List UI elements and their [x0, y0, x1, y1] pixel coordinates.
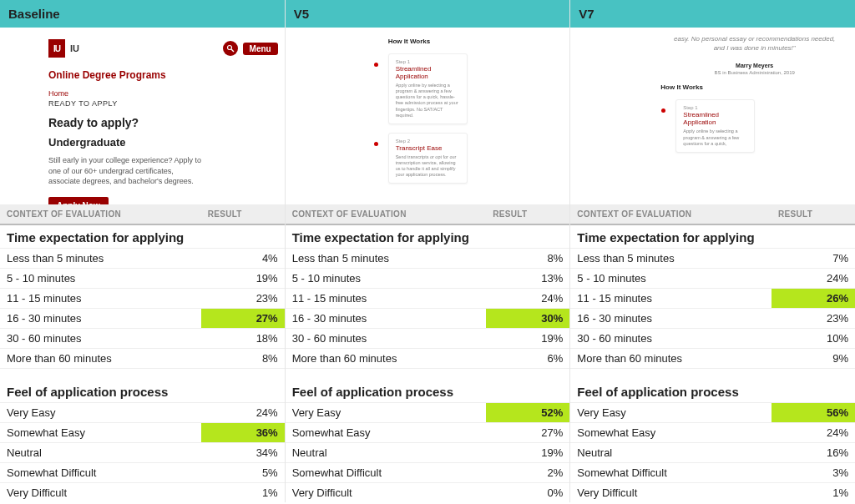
section-title: Feel of application process: [286, 380, 570, 402]
row-value: 3%: [772, 463, 855, 482]
card-title: Streamlined Application: [396, 65, 460, 80]
section-title: Feel of application process: [0, 380, 285, 402]
row-label: 11 - 15 minutes: [286, 289, 487, 308]
table-row: 5 - 10 minutes24%: [570, 268, 855, 288]
card-title: Streamlined Application: [683, 111, 747, 126]
table-row: Somewhat Difficult2%: [286, 462, 570, 482]
table-row: 5 - 10 minutes13%: [286, 268, 570, 288]
breadcrumb-current: READY TO APPLY: [48, 99, 278, 108]
row-value: 23%: [772, 309, 855, 328]
row-label: Somewhat Easy: [570, 423, 772, 442]
table-row: Neutral16%: [570, 442, 855, 462]
row-label: 16 - 30 minutes: [570, 309, 772, 328]
subheader-context: CONTEXT OF EVALUATION: [0, 204, 201, 224]
iu-wordmark: IU: [70, 43, 79, 53]
row-label: Somewhat Difficult: [570, 463, 772, 482]
row-value: 0%: [486, 483, 569, 502]
table-row: Very Easy56%: [570, 402, 855, 422]
row-label: More than 60 minutes: [286, 349, 487, 368]
results-table: CONTEXT OF EVALUATIONRESULTTime expectat…: [0, 204, 855, 502]
table-row: 5 - 10 minutes19%: [0, 268, 285, 288]
table-row: 16 - 30 minutes30%: [286, 308, 570, 328]
apply-now-button[interactable]: Apply Now: [48, 197, 109, 204]
row-label: Neutral: [570, 443, 772, 462]
section-title: Time expectation for applying: [286, 224, 570, 248]
row-label: 30 - 60 minutes: [570, 329, 772, 348]
table-row: Somewhat Easy24%: [570, 422, 855, 442]
section-gap: [570, 368, 855, 380]
breadcrumb-home[interactable]: Home: [48, 89, 278, 98]
row-label: Less than 5 minutes: [570, 249, 772, 268]
row-value: 56%: [772, 403, 855, 422]
table-row: Very Difficult1%: [570, 482, 855, 502]
row-label: 16 - 30 minutes: [286, 309, 487, 328]
menu-button[interactable]: Menu: [243, 43, 278, 55]
results-col: CONTEXT OF EVALUATIONRESULTTime expectat…: [286, 204, 571, 502]
preview-v5: How It Works Step 1 Streamlined Applicat…: [286, 28, 570, 204]
table-row: 30 - 60 minutes18%: [0, 328, 285, 348]
col-title: Baseline: [0, 0, 285, 28]
row-label: 11 - 15 minutes: [0, 289, 201, 308]
card-body: Apply online by selecting a program & an…: [396, 83, 460, 118]
col-v7: V7 easy. No personal essay or recommenda…: [570, 0, 855, 204]
table-row: Somewhat Easy36%: [0, 422, 285, 442]
table-row: Very Easy24%: [0, 402, 285, 422]
testimonial-quote: easy. No personal essay or recommendatio…: [660, 34, 848, 58]
row-value: 19%: [201, 269, 285, 288]
table-row: Somewhat Difficult3%: [570, 462, 855, 482]
subheader-result: RESULT: [772, 204, 855, 224]
table-row: More than 60 minutes9%: [570, 348, 855, 368]
section-title: Time expectation for applying: [570, 224, 855, 248]
row-label: Very Easy: [570, 403, 772, 422]
row-value: 7%: [772, 249, 855, 268]
table-row: Less than 5 minutes7%: [570, 248, 855, 268]
search-icon[interactable]: [223, 41, 238, 56]
section-gap: [286, 368, 570, 380]
col-v5: V5 How It Works Step 1 Streamlined Appli…: [286, 0, 571, 204]
table-row: Somewhat Easy27%: [286, 422, 570, 442]
results-col: CONTEXT OF EVALUATIONRESULTTime expectat…: [0, 204, 286, 502]
row-value: 9%: [772, 349, 855, 368]
card-body: Apply online by selecting a program & an…: [683, 129, 747, 146]
table-row: Less than 5 minutes4%: [0, 248, 285, 268]
row-value: 27%: [486, 423, 569, 442]
table-row: Very Easy52%: [286, 402, 570, 422]
preview-v7: easy. No personal essay or recommendatio…: [570, 28, 855, 204]
section-title: Feel of application process: [570, 380, 855, 402]
row-value: 1%: [772, 483, 855, 502]
step-label: Step 1: [396, 59, 460, 64]
body-copy: Still early in your college experience? …: [48, 155, 207, 187]
row-label: Less than 5 minutes: [0, 249, 201, 268]
hiw-title: How It Works: [388, 38, 564, 45]
row-value: 30%: [486, 309, 569, 328]
row-value: 36%: [201, 423, 285, 442]
page-subtitle: Online Degree Programs: [48, 69, 278, 81]
table-subheader: CONTEXT OF EVALUATIONRESULT: [570, 204, 855, 224]
row-label: Very Easy: [286, 403, 487, 422]
row-value: 23%: [201, 289, 285, 308]
page-title: Ready to apply?: [48, 116, 278, 129]
svg-point-0: [227, 46, 231, 50]
col-title: V5: [286, 0, 570, 28]
row-label: More than 60 minutes: [570, 349, 772, 368]
table-row: Neutral19%: [286, 442, 570, 462]
card-body: Send transcripts or opt for our transcri…: [396, 154, 460, 179]
row-value: 5%: [201, 463, 285, 482]
row-label: More than 60 minutes: [0, 349, 201, 368]
subheader-result: RESULT: [201, 204, 285, 224]
subheader-result: RESULT: [486, 204, 569, 224]
row-value: 8%: [486, 249, 569, 268]
step-label: Step 1: [683, 105, 747, 110]
table-subheader: CONTEXT OF EVALUATIONRESULT: [286, 204, 570, 224]
section-title: Time expectation for applying: [0, 224, 285, 248]
row-value: 24%: [486, 289, 569, 308]
testimonial-sub: BS in Business Administration, 2019: [660, 70, 848, 75]
comparison-columns: Baseline IU Menu Online Degree Programs …: [0, 0, 855, 204]
step-label: Step 2: [396, 139, 460, 144]
table-row: 11 - 15 minutes23%: [0, 288, 285, 308]
row-value: 18%: [201, 329, 285, 348]
row-label: Less than 5 minutes: [286, 249, 487, 268]
row-label: Neutral: [0, 443, 201, 462]
row-value: 27%: [201, 309, 285, 328]
card-title: Transcript Ease: [396, 144, 460, 152]
